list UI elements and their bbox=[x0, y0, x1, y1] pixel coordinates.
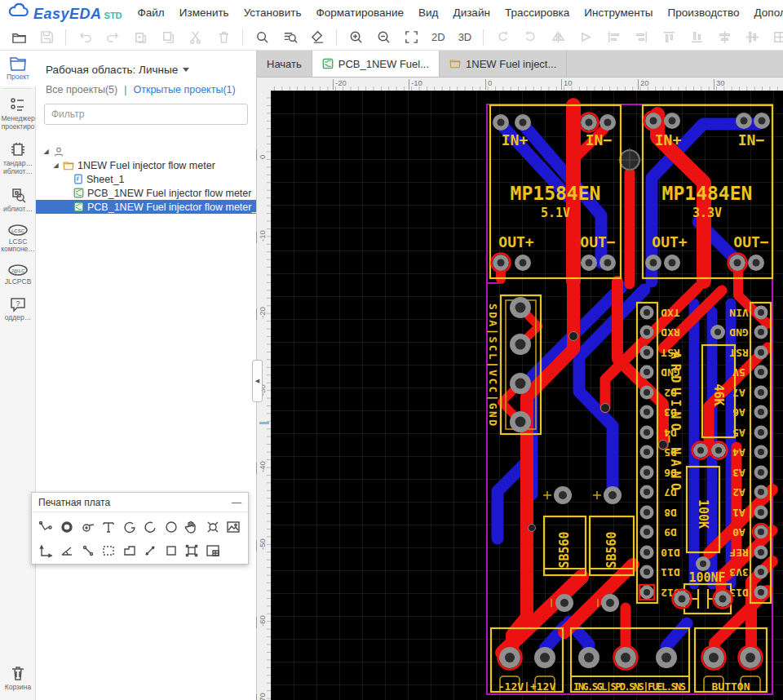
flip-horizontal-icon[interactable] bbox=[546, 27, 570, 48]
image-tool-icon[interactable] bbox=[223, 515, 245, 538]
menu-place[interactable]: Установить bbox=[237, 7, 309, 19]
clone-icon[interactable] bbox=[156, 27, 180, 48]
align-top-icon[interactable] bbox=[657, 27, 681, 48]
sidebar-item-lcsc[interactable]: LCSC LCSC компоне… bbox=[0, 219, 36, 259]
workspace-dropdown-caret bbox=[183, 68, 189, 72]
dashed-region-tool-icon[interactable] bbox=[99, 538, 120, 562]
rotate-ccw-icon[interactable] bbox=[490, 27, 515, 48]
test-point-tool-icon[interactable] bbox=[140, 538, 161, 562]
tab-project[interactable]: 1NEW Fuel inject... bbox=[440, 51, 567, 77]
view-2d-button[interactable]: 2D bbox=[427, 31, 450, 43]
tree-row-sheet[interactable]: Sheet_1 bbox=[36, 172, 256, 186]
circle-tool-icon[interactable] bbox=[161, 515, 182, 538]
angle-tool-icon[interactable] bbox=[57, 538, 78, 562]
schematic-sheet-icon bbox=[73, 174, 83, 184]
connector-label: ING.SGL|SPD.SNS|FUEL.SNS bbox=[573, 681, 686, 693]
toolbar-separator bbox=[242, 29, 243, 46]
vruler-label: 0 bbox=[258, 155, 267, 159]
sidebar-item-project[interactable]: Проект bbox=[0, 51, 36, 86]
tree-row-pcb2-selected[interactable]: PCB_1NEW Fuel injector flow meter_2 bbox=[36, 200, 256, 214]
menu-format[interactable]: Форматирование bbox=[309, 7, 412, 19]
hruler-label: 30 bbox=[716, 78, 725, 87]
menu-advanced[interactable]: Дополнительно bbox=[747, 7, 783, 19]
zoom-out-icon[interactable] bbox=[371, 27, 396, 48]
panel-collapse-handle[interactable]: ◀ bbox=[252, 360, 263, 402]
sidebar-item-standard-libraries[interactable]: тандар… иблиот… bbox=[0, 135, 36, 181]
svg-text:RST: RST bbox=[729, 347, 749, 359]
cut-icon[interactable] bbox=[184, 27, 208, 48]
zoom-in-icon[interactable] bbox=[343, 27, 368, 48]
resistor-value: 46K bbox=[711, 383, 726, 405]
hruler-label: 10 bbox=[564, 78, 573, 87]
menu-tools[interactable]: Инструменты bbox=[577, 7, 660, 19]
pcb-editor-canvas[interactable]: IN+ IN− MP1584EN 5.1V OUT+ OUT− IN+ IN− … bbox=[271, 91, 783, 700]
menu-file[interactable]: Файл bbox=[130, 7, 172, 19]
save-icon[interactable] bbox=[34, 27, 59, 48]
track-tool-icon[interactable] bbox=[36, 515, 57, 538]
zoom-fit-icon[interactable] bbox=[399, 27, 423, 48]
silk-label: IN− bbox=[738, 131, 765, 148]
redo-icon[interactable] bbox=[100, 27, 125, 48]
toolbar-separator bbox=[336, 29, 337, 46]
tree-row-user[interactable]: ◢ bbox=[36, 144, 256, 158]
move-canvas-tool-icon[interactable] bbox=[182, 515, 203, 538]
combine-tool-icon[interactable] bbox=[182, 538, 203, 562]
menu-fabrication[interactable]: Производство bbox=[661, 7, 747, 19]
search-icon[interactable] bbox=[250, 27, 274, 48]
sidebar-item-library-search[interactable]: иблиот… bbox=[0, 181, 36, 219]
svg-text:D10: D10 bbox=[661, 547, 680, 559]
tree-row-pcb1[interactable]: PCB_1NEW Fuel injector flow meter bbox=[36, 186, 256, 200]
arc-tool-icon[interactable] bbox=[119, 515, 140, 538]
tab-start[interactable]: Начать bbox=[257, 51, 312, 77]
circle-arc-tool-icon[interactable] bbox=[140, 515, 161, 538]
caret-expanded-icon[interactable]: ◢ bbox=[52, 162, 60, 169]
rotate-cw-icon[interactable] bbox=[518, 27, 542, 48]
open-projects-link[interactable]: Открытые проекты(1) bbox=[133, 84, 235, 95]
menu-route[interactable]: Трассировка bbox=[498, 7, 577, 19]
align-left-icon[interactable] bbox=[601, 27, 626, 48]
menu-view[interactable]: Вид bbox=[411, 7, 445, 19]
caret-expanded-icon[interactable]: ◢ bbox=[42, 148, 50, 155]
find-similar-icon[interactable] bbox=[277, 27, 302, 48]
workspace-header[interactable]: Рабочая область: Личные bbox=[36, 51, 256, 81]
open-icon[interactable] bbox=[7, 27, 31, 48]
align-grid-icon[interactable] bbox=[768, 27, 783, 48]
measure-tool-icon[interactable] bbox=[77, 538, 99, 562]
sidebar-item-help[interactable]: ? оддер… bbox=[0, 291, 36, 327]
sidebar-item-jlcpcb[interactable]: J@LC JLCPCB bbox=[0, 259, 36, 291]
flip-vertical-icon[interactable] bbox=[573, 27, 598, 48]
sidebar-item-trash[interactable]: Корзина bbox=[0, 659, 36, 697]
via-tool-icon[interactable] bbox=[77, 515, 99, 538]
text-tool-icon[interactable] bbox=[99, 515, 120, 538]
view-3d-button[interactable]: 3D bbox=[453, 31, 477, 43]
easyeda-logo[interactable]: EasyEDA STD bbox=[0, 2, 130, 23]
align-center-vertical-icon[interactable] bbox=[740, 27, 764, 48]
undo-icon[interactable] bbox=[73, 27, 97, 48]
flood-fill-tool-icon[interactable] bbox=[202, 515, 223, 538]
minimize-icon[interactable]: — bbox=[232, 497, 241, 508]
project-tree: ◢ ◢ 1NEW Fuel injector flow meter Sheet_… bbox=[36, 144, 256, 214]
pad-tool-icon[interactable] bbox=[57, 515, 78, 538]
pcb-toolbox-titlebar[interactable]: Печатная плата — bbox=[32, 493, 248, 512]
sidebar-item-design-manager[interactable]: Менеджер проектиро bbox=[0, 91, 36, 136]
all-projects-link[interactable]: Все проекты(5) bbox=[46, 84, 117, 95]
custom-region-tool-icon[interactable] bbox=[119, 538, 140, 562]
menu-design[interactable]: Дизайн bbox=[446, 7, 498, 19]
filter-input[interactable] bbox=[44, 104, 248, 125]
paste-icon[interactable] bbox=[128, 27, 153, 48]
panelize-tool-icon[interactable] bbox=[202, 538, 223, 562]
align-right-icon[interactable] bbox=[629, 27, 653, 48]
dimension-tool-icon[interactable] bbox=[36, 538, 57, 562]
rect-tool-icon[interactable] bbox=[161, 538, 182, 562]
align-center-horizontal-icon[interactable] bbox=[712, 27, 737, 48]
tab-pcb-active[interactable]: PCB_1NEW Fuel... bbox=[312, 51, 440, 77]
align-bottom-icon[interactable] bbox=[684, 27, 709, 48]
tree-row-project[interactable]: ◢ 1NEW Fuel injector flow meter bbox=[36, 158, 256, 172]
menu-edit[interactable]: Изменить bbox=[172, 7, 237, 19]
lcsc-icon: LCSC bbox=[7, 224, 29, 237]
links-divider: | bbox=[124, 84, 126, 95]
jlcpcb-icon: J@LC bbox=[7, 264, 29, 277]
folder-icon bbox=[63, 161, 74, 171]
eraser-icon[interactable] bbox=[305, 27, 330, 48]
delete-icon[interactable] bbox=[211, 27, 236, 48]
